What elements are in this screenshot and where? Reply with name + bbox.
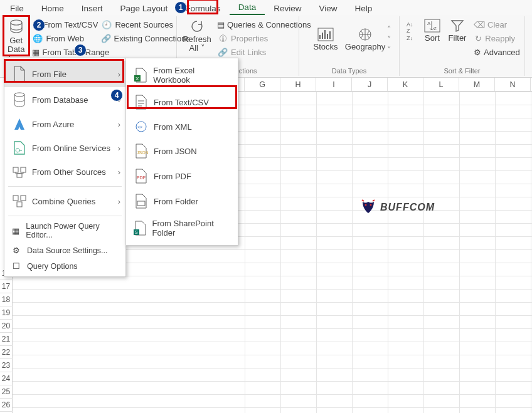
queries-connections-button[interactable]: ▤Queries & Connections [216, 19, 299, 30]
menu-from-folder[interactable]: From Folder [126, 189, 238, 214]
col-N[interactable]: N [495, 78, 531, 91]
menu-from-online-services[interactable]: From Online Services› [4, 136, 125, 160]
get-data-menu: From File› From Database› From Azure› Fr… [4, 58, 126, 277]
svg-point-27 [370, 204, 372, 206]
stocks-button[interactable]: Stocks [307, 26, 344, 53]
menu-data-source-settings[interactable]: ⚙ Data Source Settings... [4, 243, 125, 258]
ribbon-tabs: File Home Insert Page Layout Formulas Da… [0, 0, 532, 15]
pq-editor-icon: ▦ [9, 226, 22, 236]
tab-formulas[interactable]: Formulas [176, 2, 229, 15]
settings-icon: ⚙ [9, 246, 23, 255]
filter-button[interactable]: Filter [445, 18, 470, 44]
pdf-icon: PDF [132, 169, 150, 184]
svg-text:X: X [136, 76, 139, 81]
col-K[interactable]: K [388, 78, 423, 91]
other-sources-icon [11, 165, 28, 179]
svg-point-9 [14, 93, 24, 97]
row-21[interactable]: 21 [0, 333, 13, 346]
from-web-button[interactable]: 🌐From Web [31, 33, 95, 44]
row-23[interactable]: 23 [0, 359, 13, 372]
geography-button[interactable]: Geography [344, 26, 386, 53]
existing-connections-button[interactable]: 🔗Existing Connections [100, 33, 175, 44]
menu-from-pdf[interactable]: PDF From PDF [126, 164, 238, 189]
group-label-sortfilter: Sort & Filter [403, 67, 521, 75]
row-19[interactable]: 19 [0, 306, 13, 320]
tab-home[interactable]: Home [33, 2, 73, 15]
tab-insert[interactable]: Insert [73, 2, 112, 15]
menu-from-excel-workbook[interactable]: X From Excel Workbook [126, 61, 238, 90]
from-textcsv-button[interactable]: 🗎From Text/CSV [31, 19, 95, 30]
table-icon: ▦ [32, 48, 40, 57]
get-data-label-1: Get [9, 36, 23, 45]
folder-icon [132, 194, 150, 209]
sort-az-button[interactable]: A↓ZZ↓ [403, 18, 420, 46]
menu-from-database[interactable]: From Database› [4, 87, 125, 112]
menu-from-json[interactable]: JSON From JSON [126, 139, 238, 164]
sort-icon: AZ [424, 19, 440, 33]
from-file-submenu: X From Excel Workbook From Text/CSV <> F… [125, 58, 238, 246]
tab-view[interactable]: View [310, 2, 346, 15]
connections-icon: 🔗 [101, 34, 111, 43]
svg-rect-23 [137, 201, 145, 206]
row-20[interactable]: 20 [0, 320, 13, 333]
svg-text:A: A [427, 21, 431, 26]
menu-from-other-sources[interactable]: From Other Sources› [4, 160, 125, 184]
refresh-all-button[interactable]: Refresh All ˅ [181, 18, 213, 55]
col-H[interactable]: H [280, 78, 316, 91]
tab-help[interactable]: Help [346, 2, 381, 15]
queries-icon: ▤ [217, 20, 225, 29]
menu-combine-queries[interactable]: Combine Queries› [4, 189, 125, 213]
get-data-icon [8, 19, 24, 35]
col-M[interactable]: M [459, 78, 495, 91]
watermark-icon [360, 199, 376, 216]
svg-rect-16 [17, 202, 22, 207]
reapply-button[interactable]: ↻Reapply [472, 33, 516, 44]
svg-text:<>: <> [137, 125, 142, 129]
chevron-right-icon: › [118, 197, 120, 206]
sort-az-icon: A↓ZZ↓ [405, 19, 418, 44]
textcsv-file-icon [132, 95, 150, 110]
col-G[interactable]: G [245, 78, 280, 91]
svg-text:PDF: PDF [137, 175, 146, 180]
menu-from-xml[interactable]: <> From XML [126, 115, 238, 139]
col-L[interactable]: L [423, 78, 459, 91]
textcsv-icon: 🗎 [32, 20, 40, 29]
row-18[interactable]: 18 [0, 293, 13, 306]
menu-query-options[interactable]: ☐ Query Options [4, 258, 125, 274]
file-icon [11, 66, 28, 82]
menu-from-file[interactable]: From File› [4, 61, 125, 87]
recent-sources-button[interactable]: 🕘Recent Sources [100, 19, 175, 30]
reapply-icon: ↻ [474, 34, 482, 43]
menu-launch-pq-editor[interactable]: ▦ Launch Power Query Editor... [4, 219, 125, 243]
menu-from-textcsv[interactable]: From Text/CSV [126, 90, 238, 115]
svg-point-0 [11, 20, 22, 25]
tab-file[interactable]: File [1, 2, 33, 15]
row-26[interactable]: 26 [0, 399, 13, 412]
svg-text:JSON: JSON [137, 150, 148, 155]
tab-pagelayout[interactable]: Page Layout [112, 2, 177, 15]
editlinks-icon: 🔗 [217, 48, 228, 57]
row-24[interactable]: 24 [0, 372, 13, 385]
from-table-button[interactable]: ▦From Table/Range [31, 47, 95, 58]
options-icon: ☐ [9, 261, 23, 271]
menu-from-sharepoint-folder[interactable]: S From SharePoint Folder [126, 214, 238, 243]
chevron-right-icon: › [118, 120, 120, 129]
properties-button[interactable]: 🛈Properties [216, 33, 299, 44]
tab-data[interactable]: Data [230, 1, 265, 15]
geography-icon [357, 28, 373, 41]
recent-icon: 🕘 [101, 20, 112, 29]
menu-from-azure[interactable]: From Azure› [4, 112, 125, 136]
col-J[interactable]: J [352, 78, 388, 91]
clear-button[interactable]: ⌫Clear [472, 19, 516, 30]
row-25[interactable]: 25 [0, 385, 13, 399]
sharepoint-icon: S [132, 221, 149, 236]
tab-review[interactable]: Review [265, 2, 310, 15]
svg-text:Z: Z [434, 26, 437, 31]
col-I[interactable]: I [316, 78, 352, 91]
edit-links-button[interactable]: 🔗Edit Links [216, 47, 299, 58]
advanced-button[interactable]: ⚙Advanced [472, 47, 516, 58]
row-17[interactable]: 17 [0, 280, 13, 293]
sort-button[interactable]: AZ Sort [420, 18, 445, 44]
chevron-right-icon: › [118, 95, 120, 105]
row-22[interactable]: 22 [0, 346, 13, 359]
